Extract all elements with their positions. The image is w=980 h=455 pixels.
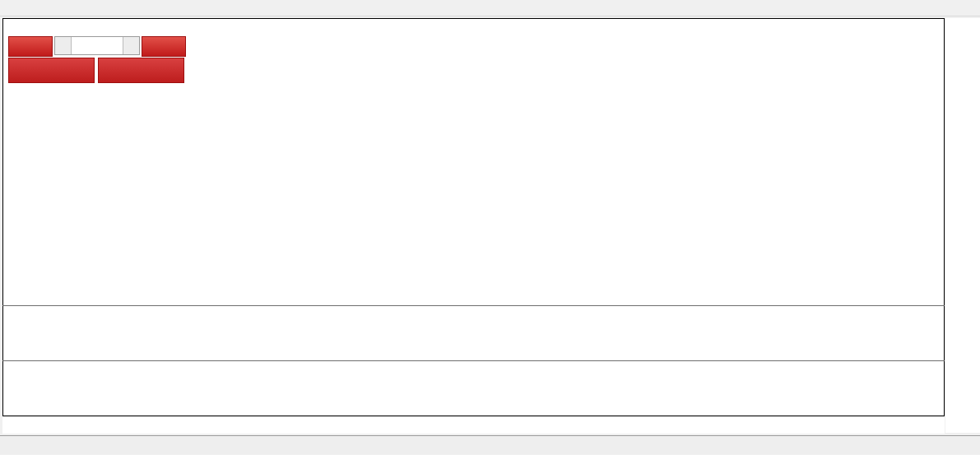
panel-separator[interactable] [2,360,945,361]
buy-button[interactable] [142,36,186,57]
sell-button[interactable] [8,36,53,57]
volume-input[interactable] [72,37,123,54]
date-axis [2,417,945,434]
volume-increase-button[interactable] [123,37,139,54]
volume-box [54,36,140,55]
buy-price-panel[interactable] [98,58,184,83]
volume-decrease-button[interactable] [55,37,72,54]
sell-price-panel[interactable] [8,58,95,83]
price-axis [945,18,980,433]
chart-header [10,22,30,32]
chart-tab-bar [0,435,980,454]
panel-separator[interactable] [2,305,945,306]
terminal-window [0,0,980,455]
